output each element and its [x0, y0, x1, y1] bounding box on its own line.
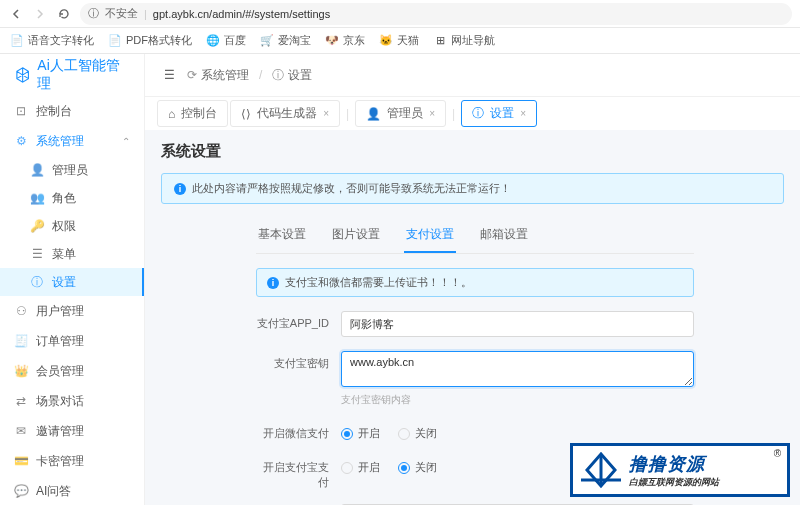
url-text: gpt.aybk.cn/admin/#/system/settings: [153, 8, 330, 20]
doc-icon: 📄: [10, 34, 24, 48]
logo-icon: [14, 66, 31, 84]
row-wechat-enable: 开启微信支付 开启 关闭: [256, 421, 694, 441]
breadcrumb-current: ⓘ 设置: [272, 67, 312, 84]
doc-icon: 📄: [108, 34, 122, 48]
taobao-icon: 🛒: [260, 34, 274, 48]
row-alipay-secret: 支付宝密钥 支付宝密钥内容: [256, 351, 694, 407]
sidebar-item-aichat[interactable]: 💬AI问答: [0, 476, 144, 505]
label-alipay-appid: 支付宝APP_ID: [256, 311, 341, 331]
code-icon: ⟨⟩: [241, 107, 251, 121]
top-alert: i 此处内容请严格按照规定修改，否则可能导致系统无法正常运行！: [161, 173, 784, 204]
reload-button[interactable]: [56, 6, 72, 22]
tab-image[interactable]: 图片设置: [330, 220, 382, 253]
radio-icon: [398, 462, 410, 474]
tmall-icon: 🐱: [379, 34, 393, 48]
tab-admins[interactable]: 👤管理员×: [355, 100, 446, 127]
close-icon[interactable]: ×: [520, 108, 526, 119]
scene-icon: ⇄: [14, 394, 28, 408]
gear-icon: ⓘ: [472, 105, 484, 122]
watermark-subtitle: 白嫖互联网资源的网站: [629, 476, 719, 489]
close-icon[interactable]: ×: [323, 108, 329, 119]
textarea-alipay-secret[interactable]: [341, 351, 694, 387]
sidebar: Ai人工智能管理 ⊡控制台 ⚙系统管理⌃ 👤管理员 👥角色 🔑权限 ☰菜单 ⓘ设…: [0, 54, 145, 505]
label-wechat-enable: 开启微信支付: [256, 421, 341, 441]
card-icon: 💳: [14, 454, 28, 468]
bookmark-item[interactable]: ⊞网址导航: [433, 33, 495, 48]
bookmark-item[interactable]: 🛒爱淘宝: [260, 33, 311, 48]
label-alipay-secret: 支付宝密钥: [256, 351, 341, 371]
watermark-title: 撸撸资源: [629, 452, 719, 476]
sidebar-item-members[interactable]: 👑会员管理: [0, 356, 144, 386]
users-icon: ⚇: [14, 304, 28, 318]
tab-basic[interactable]: 基本设置: [256, 220, 308, 253]
order-icon: 🧾: [14, 334, 28, 348]
info-icon: i: [174, 183, 186, 195]
row-alipay-appid: 支付宝APP_ID: [256, 311, 694, 337]
main-area: ☰ ⟳ 系统管理 / ⓘ 设置 ⌂控制台 ⟨⟩代码生成器× | 👤管理员× | …: [145, 54, 800, 505]
chevron-up-icon: ⌃: [122, 136, 130, 147]
chat-icon: 💬: [14, 484, 28, 498]
close-icon[interactable]: ×: [429, 108, 435, 119]
settings-tabs: 基本设置 图片设置 支付设置 邮箱设置: [256, 220, 694, 254]
sidebar-item-permissions[interactable]: 🔑权限: [0, 212, 144, 240]
sidebar-toggle[interactable]: ☰: [161, 67, 177, 83]
bookmark-item[interactable]: 📄语音文字转化: [10, 33, 94, 48]
tab-dashboard[interactable]: ⌂控制台: [157, 100, 228, 127]
sidebar-item-scenes[interactable]: ⇄场景对话: [0, 386, 144, 416]
input-alipay-appid[interactable]: [341, 311, 694, 337]
insecure-label: 不安全: [105, 6, 138, 21]
member-icon: 👑: [14, 364, 28, 378]
browser-toolbar: ⓘ 不安全 | gpt.aybk.cn/admin/#/system/setti…: [0, 0, 800, 28]
menu-icon: ☰: [30, 247, 44, 261]
sidebar-item-roles[interactable]: 👥角色: [0, 184, 144, 212]
tab-settings[interactable]: ⓘ设置×: [461, 100, 537, 127]
radio-icon: [341, 462, 353, 474]
radio-alipay-on[interactable]: 开启: [341, 460, 380, 475]
breadcrumb-row: ☰ ⟳ 系统管理 / ⓘ 设置: [145, 54, 800, 96]
tab-email[interactable]: 邮箱设置: [478, 220, 530, 253]
sidebar-item-users[interactable]: ⚇用户管理: [0, 296, 144, 326]
bookmark-item[interactable]: 🐶京东: [325, 33, 365, 48]
radio-group-wechat: 开启 关闭: [341, 421, 694, 441]
sidebar-item-cards[interactable]: 💳卡密管理: [0, 446, 144, 476]
sidebar-item-invites[interactable]: ✉邀请管理: [0, 416, 144, 446]
sidebar-item-settings[interactable]: ⓘ设置: [0, 268, 144, 296]
baidu-icon: 🌐: [206, 34, 220, 48]
tab-codegen[interactable]: ⟨⟩代码生成器×: [230, 100, 340, 127]
watermark-overlay: 撸撸资源 白嫖互联网资源的网站 ®: [570, 443, 790, 497]
key-icon: 🔑: [30, 219, 44, 233]
registered-icon: ®: [774, 448, 781, 459]
sidebar-item-admins[interactable]: 👤管理员: [0, 156, 144, 184]
help-alipay-secret: 支付宝密钥内容: [341, 393, 694, 407]
tabs-row: ⌂控制台 ⟨⟩代码生成器× | 👤管理员× | ⓘ设置×: [145, 96, 800, 130]
sidebar-group-system[interactable]: ⚙系统管理⌃: [0, 126, 144, 156]
breadcrumb-root[interactable]: ⟳ 系统管理: [187, 67, 249, 84]
brand-logo[interactable]: Ai人工智能管理: [0, 54, 144, 96]
address-bar[interactable]: ⓘ 不安全 | gpt.aybk.cn/admin/#/system/setti…: [80, 3, 792, 25]
info-icon: ⓘ: [30, 275, 44, 289]
forward-button[interactable]: [32, 6, 48, 22]
radio-wechat-on[interactable]: 开启: [341, 426, 380, 441]
tab-payment[interactable]: 支付设置: [404, 220, 456, 253]
sidebar-item-dashboard[interactable]: ⊡控制台: [0, 96, 144, 126]
brand-text: Ai人工智能管理: [37, 57, 130, 93]
back-button[interactable]: [8, 6, 24, 22]
bookmark-item[interactable]: 📄PDF格式转化: [108, 33, 192, 48]
user-icon: 👤: [366, 107, 381, 121]
invite-icon: ✉: [14, 424, 28, 438]
dashboard-icon: ⊡: [14, 104, 28, 118]
bookmark-item[interactable]: 🌐百度: [206, 33, 246, 48]
sidebar-item-orders[interactable]: 🧾订单管理: [0, 326, 144, 356]
role-icon: 👥: [30, 191, 44, 205]
radio-wechat-off[interactable]: 关闭: [398, 426, 437, 441]
radio-icon: [341, 428, 353, 440]
label-alipay-enable: 开启支付宝支付: [256, 455, 341, 490]
sidebar-item-menus[interactable]: ☰菜单: [0, 240, 144, 268]
user-icon: 👤: [30, 163, 44, 177]
bookmark-item[interactable]: 🐱天猫: [379, 33, 419, 48]
page-title: 系统设置: [161, 142, 784, 161]
radio-alipay-off[interactable]: 关闭: [398, 460, 437, 475]
jd-icon: 🐶: [325, 34, 339, 48]
insecure-icon: ⓘ: [88, 6, 99, 21]
radio-icon: [398, 428, 410, 440]
